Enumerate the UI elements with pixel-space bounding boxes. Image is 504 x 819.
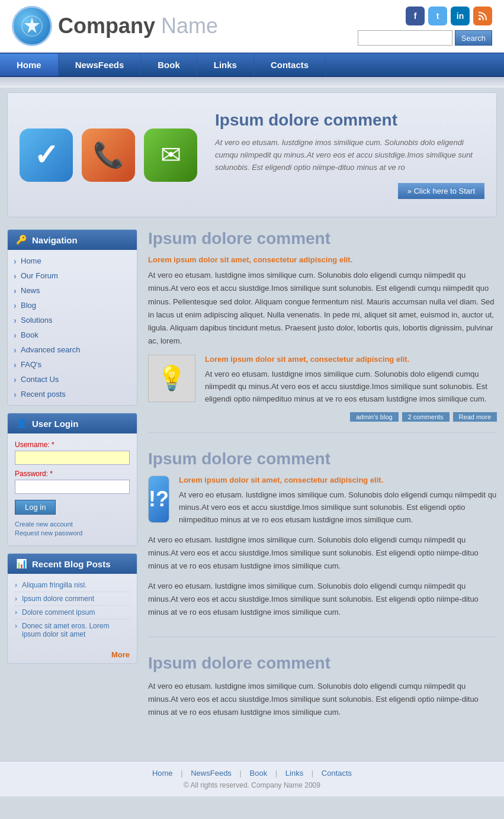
nav-item-blog[interactable]: Blog — [8, 298, 137, 313]
list-item[interactable]: Aliquam fringilla nisl. — [15, 579, 130, 592]
login-links: Create new account Request new password — [15, 521, 130, 537]
svg-point-1 — [479, 18, 481, 20]
navigation-header: 🔑 Navigation — [8, 230, 137, 250]
section2-extra-body2: At vero eo etusam. Iustdigne imos simili… — [148, 580, 497, 619]
content-section-2: Ipsum dolore comment !? Lorem ipsum dolo… — [148, 449, 497, 637]
login-section: 👤 User Login Username: * Password: * Log… — [7, 413, 137, 546]
section3-body: At vero eo etusam. Iustdigne imos simili… — [148, 680, 497, 719]
twitter-icon[interactable]: t — [428, 7, 447, 25]
company-name: Company Name — [58, 14, 218, 38]
banner-title: Ipsum dolore comment — [215, 111, 484, 130]
rss-svg — [477, 11, 488, 21]
section2-title: Ipsum dolore comment — [148, 449, 497, 468]
nav-item-solutions[interactable]: Solutions — [8, 313, 137, 327]
section1-image-block: 💡 Lorem ipsum dolor sit amet, consectetu… — [148, 355, 497, 405]
rss-icon[interactable] — [473, 7, 492, 25]
search-area: Search — [358, 30, 492, 46]
login-icon: 👤 — [16, 418, 27, 429]
navigation-icon: 🔑 — [16, 235, 27, 245]
username-label: Username: * — [15, 441, 130, 449]
footer-nav-contacts[interactable]: Contacts — [322, 769, 352, 778]
login-title: User Login — [32, 419, 78, 429]
list-item[interactable]: Ipsum dolore comment — [15, 592, 130, 606]
section2-image-block: !? Lorem ipsum dolor sit amet, consectet… — [148, 476, 497, 526]
login-form: Username: * Password: * Log in Create ne… — [8, 433, 137, 545]
footer-copyright: © All rights reserved. Company Name 2009 — [7, 781, 497, 789]
nav-home[interactable]: Home — [0, 54, 59, 76]
create-account-link[interactable]: Create new account — [15, 521, 130, 528]
nav-book[interactable]: Book — [141, 54, 197, 76]
section2-image-text: Lorem ipsum dolor sit amet, consectetur … — [179, 476, 497, 526]
nav-item-faqs[interactable]: FAQ's — [8, 357, 137, 372]
login-button[interactable]: Log in — [15, 500, 56, 515]
recent-blog-title: Recent Blog Posts — [32, 559, 111, 569]
list-item[interactable]: Donec sit amet eros. Lorem ipsum dolor s… — [15, 619, 130, 641]
username-input[interactable] — [15, 451, 130, 465]
lightbulb-image: 💡 — [148, 355, 195, 402]
nav-contacts[interactable]: Contacts — [254, 54, 326, 76]
section1-image-body: At vero eo etusam. Iustdigne imos simili… — [205, 368, 497, 405]
linkedin-icon[interactable]: in — [451, 7, 470, 25]
password-label: Password: * — [15, 470, 130, 478]
more-link-area: More — [8, 645, 137, 663]
section1-title: Ipsum dolore comment — [148, 229, 497, 248]
nav-newsfeeds[interactable]: NewsFeeds — [59, 54, 142, 76]
section2-subtitle: Lorem ipsum dolor sit amet, consectetur … — [179, 476, 497, 484]
banner-check-icon: ✓ — [20, 129, 73, 182]
header: Company Name f t in Search — [0, 0, 504, 53]
nav-item-home[interactable]: Home — [8, 253, 137, 268]
section3-title: Ipsum dolore comment — [148, 654, 497, 673]
section1-image-text: Lorem ipsum dolor sit amet, consectetur … — [205, 355, 497, 405]
comments-tag[interactable]: 2 comments — [402, 412, 450, 422]
footer-nav: Home | NewsFeeds | Book | Links | Contac… — [7, 769, 497, 778]
footer-nav-newsfeeds[interactable]: NewsFeeds — [191, 769, 232, 778]
footer: Home | NewsFeeds | Book | Links | Contac… — [0, 761, 504, 796]
sidebar: 🔑 Navigation Home Our Forum News Blog So… — [7, 229, 137, 753]
logo-area: Company Name — [12, 6, 218, 46]
section1-subtitle: Lorem ipsum dolor sit amet, consectetur … — [148, 255, 497, 264]
section1-body: At vero eo etusam. Iustdigne imos simili… — [148, 269, 497, 348]
search-button[interactable]: Search — [455, 30, 492, 46]
nav-item-recent-posts[interactable]: Recent posts — [8, 387, 137, 402]
navbar: Home NewsFeeds Book Links Contacts — [0, 53, 504, 77]
section2-image-body: At vero eo etusam. Iustdigne imos simili… — [179, 489, 497, 526]
header-right: f t in Search — [358, 7, 492, 46]
list-item[interactable]: Dolore comment ipsum — [15, 606, 130, 619]
lightbulb-icon: 💡 — [157, 364, 187, 392]
star-icon — [21, 15, 43, 37]
social-icons: f t in — [406, 7, 492, 25]
banner-icons: ✓ 📞 ✉ — [20, 129, 197, 182]
read-more-tag[interactable]: Read more — [453, 412, 497, 422]
recent-blog-section: 📊 Recent Blog Posts Aliquam fringilla ni… — [7, 553, 137, 664]
search-input[interactable] — [358, 30, 452, 46]
nav-item-forum[interactable]: Our Forum — [8, 268, 137, 283]
footer-nav-book[interactable]: Book — [250, 769, 268, 778]
navigation-title: Navigation — [32, 235, 78, 245]
password-input[interactable] — [15, 480, 130, 494]
nav-item-book[interactable]: Book — [8, 327, 137, 342]
navigation-section: 🔑 Navigation Home Our Forum News Blog So… — [7, 229, 137, 406]
banner-mail-icon: ✉ — [144, 129, 197, 182]
banner: ✓ 📞 ✉ Ipsum dolore comment At vero eo et… — [7, 92, 497, 217]
main-area: 🔑 Navigation Home Our Forum News Blog So… — [0, 222, 504, 760]
content-area: Ipsum dolore comment Lorem ipsum dolor s… — [137, 229, 497, 753]
nav-item-news[interactable]: News — [8, 283, 137, 298]
section1-image-subtitle: Lorem ipsum dolor sit amet, consectetur … — [205, 355, 497, 364]
nav-item-contact[interactable]: Contact Us — [8, 372, 137, 387]
more-link[interactable]: More — [111, 650, 130, 659]
nav-item-advanced-search[interactable]: Advanced search — [8, 342, 137, 357]
facebook-icon[interactable]: f — [406, 7, 425, 25]
content-section-1: Ipsum dolore comment Lorem ipsum dolor s… — [148, 229, 497, 433]
chart-icon: 📊 — [16, 558, 27, 569]
admins-blog-tag[interactable]: admin's blog — [350, 412, 398, 422]
recent-blog-header: 📊 Recent Blog Posts — [8, 554, 137, 574]
banner-description: At vero eo etusam. Iustdigne imos simili… — [215, 137, 484, 174]
request-password-link[interactable]: Request new password — [15, 529, 130, 537]
section1-meta: admin's blog 2 comments Read more — [148, 412, 497, 422]
login-header: 👤 User Login — [8, 413, 137, 433]
footer-nav-links[interactable]: Links — [285, 769, 303, 778]
nav-links[interactable]: Links — [197, 54, 254, 76]
banner-cta-button[interactable]: » Click here to Start — [398, 183, 484, 199]
section2-extra-body1: At vero eo etusam. Iustdigne imos simili… — [148, 534, 497, 573]
footer-nav-home[interactable]: Home — [152, 769, 173, 778]
